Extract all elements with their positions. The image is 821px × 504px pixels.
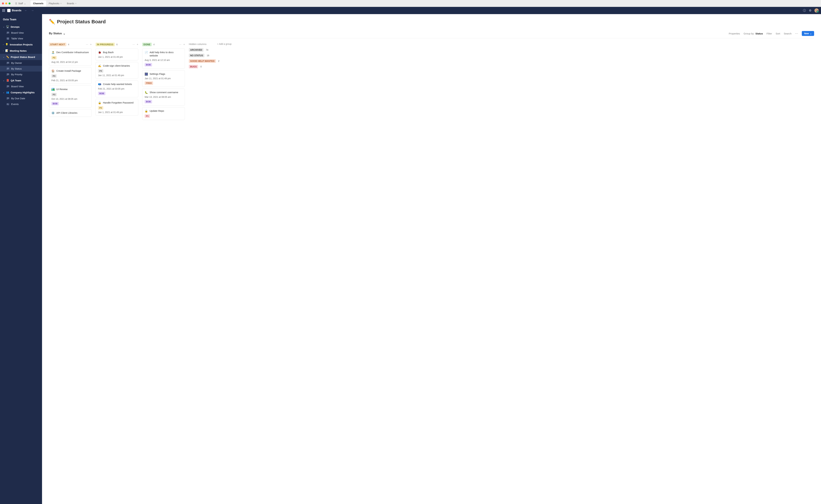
sidebar-item[interactable]: By Status [0,66,42,72]
column-count: 6 [116,43,118,46]
kanban-card[interactable]: 📄Add help links to docs websiteAug 3, 20… [142,49,185,69]
sidebar-item[interactable]: Events [0,101,42,107]
card-emoji-icon: 🏝️ [51,51,55,54]
column-title[interactable]: START NEXT [49,43,66,46]
kanban-card[interactable]: 🏞️UI ReviewP3Oct 13, 2021 at 08:05 amBOB [49,85,92,107]
svg-rect-21 [8,97,8,99]
kanban-card[interactable]: 🔒Update RepoP1 [142,107,185,120]
staff-dropdown[interactable]: ☰ Staff ⌄ [13,1,28,5]
sidebar-item[interactable]: By Owner [0,60,42,66]
kanban-card[interactable]: ⚙️API Client Libraries [49,109,92,117]
card-emoji-icon: ⚙️ [51,111,55,115]
priority-badge: P3 [98,69,103,73]
assignee-badge: FRED [145,81,153,85]
sidebar-item-label: By Priority [11,73,22,76]
nav-forward-icon[interactable]: → [30,9,35,12]
card-title: Create help wanted tickets [103,83,132,86]
minimize-window-icon[interactable] [5,2,7,4]
hidden-columns-title: Hidden columns [189,43,207,45]
sidebar-item[interactable]: Board View [0,84,42,89]
close-icon[interactable]: × [75,2,76,5]
group-by-selector[interactable]: Group by: Status [744,32,763,35]
kanban-card[interactable]: 🎆Settings FlagsJan 11, 2021 at 01:49 pmF… [142,70,185,87]
section-emoji-icon: 📕 [6,79,9,82]
tab-label: Channels [33,2,43,5]
kanban-card[interactable]: 🏝️Dev Contributor InfrastructureP2Aug 18… [49,49,92,65]
sort-button[interactable]: Sort [776,32,780,35]
svg-rect-2 [8,32,9,33]
kanban-card[interactable]: 🏠Create Install PackageP3Feb 21, 2021 at… [49,67,92,84]
sidebar-item[interactable]: Board View [0,30,42,36]
group-by-value: Status [755,32,763,35]
tab-label: Boards [67,2,74,5]
close-icon[interactable]: × [60,2,62,5]
more-options-icon[interactable]: ··· [132,43,135,46]
kanban-card[interactable]: ✍️Code-sign client binariesP3Jan 11, 202… [95,62,138,79]
section-emoji-icon: 📝 [5,49,8,52]
app-tab[interactable]: Boards× [64,0,79,6]
svg-rect-12 [8,68,8,69]
column-title[interactable]: DONE [142,43,152,46]
more-options-icon[interactable]: ··· [179,43,181,46]
more-options-icon[interactable]: ··· [86,43,88,46]
column-header: DONE4···+ [142,43,185,46]
section-emoji-icon: 🖥️ [6,25,9,28]
add-group-button[interactable]: + Add a group [217,43,232,45]
sidebar-section-header[interactable]: ›💡Innovation Projects [0,41,42,48]
section-label: Project Status Board [11,56,35,58]
nav-back-icon[interactable]: ← [24,9,28,12]
hidden-column-row[interactable]: BUGS0 [189,65,232,68]
add-card-icon[interactable]: + [137,43,138,46]
gear-icon[interactable]: ⚙ [809,9,811,12]
hidden-column-label: ARCHIVED [189,48,203,52]
view-selector[interactable]: By Status ⌄ [49,32,65,35]
card-emoji-icon: 🏞️ [51,88,55,91]
kanban-card[interactable]: 📪Create help wanted ticketsFeb 21, 2021 … [95,80,138,97]
svg-rect-20 [7,97,7,99]
svg-rect-1 [8,32,8,33]
sidebar-item[interactable]: By Due Date [0,95,42,101]
sidebar-section-header[interactable]: ⌄📕QA Team [0,77,42,84]
app-tab[interactable]: Channels [31,0,46,6]
sidebar-item-label: By Due Date [11,97,25,100]
card-title: Bug Bash [103,51,114,54]
column-title[interactable]: IN PROGRESS [95,43,115,46]
app-tab[interactable]: Playbooks× [46,0,64,6]
brand[interactable]: Boards [7,9,21,12]
sidebar-item[interactable]: Table View [0,36,42,41]
sidebar-section-header[interactable]: ›📝Meeting Notes [0,48,42,54]
chevron-down-icon: ⌄ [24,2,26,5]
priority-badge: P3 [51,74,57,78]
sidebar-item[interactable]: By Priority [0,72,42,77]
kanban-card[interactable]: 🐛Show comment usernameMar 13, 2021 at 08… [142,89,185,105]
hidden-column-row[interactable]: GOOD HELP WANTED2 [189,59,232,63]
new-button[interactable]: New ⌄ [802,31,814,36]
close-window-icon[interactable] [2,2,4,4]
hidden-column-row[interactable]: NO STATUS16 [189,54,232,57]
view-bar: By Status ⌄ Properties Group by: Status … [49,31,814,38]
maximize-window-icon[interactable] [9,2,11,4]
svg-rect-19 [8,85,9,87]
card-title: Dev Contributor Infrastructure [56,51,89,54]
team-name[interactable]: Octo Team [0,17,42,24]
avatar[interactable] [814,8,819,13]
search-button[interactable]: Search [784,32,792,35]
hidden-column-row[interactable]: ARCHIVED74 [189,48,232,52]
board-view-icon [7,67,9,70]
assignee-badge: BOB [145,100,152,103]
kanban-card[interactable]: 🐞Bug BashJan 1, 2021 at 01:49 pm [95,49,138,60]
kanban-card[interactable]: 🔒Handle Forgotten PasswordP2Jan 1, 2021 … [95,99,138,116]
apps-grid-icon[interactable] [2,9,5,12]
hidden-column-label: BUGS [189,65,198,68]
sidebar-section-header[interactable]: ⌄✏️Project Status Board [0,54,42,60]
nav-bar: Boards ← → ⓘ ⚙ [0,7,821,14]
card-date: Aug 3, 2021 at 12:10 am [145,59,182,61]
properties-button[interactable]: Properties [729,32,740,35]
sidebar-section-header[interactable]: ⌄🖥️Devops [0,24,42,30]
help-icon[interactable]: ⓘ [803,9,806,12]
more-options-icon[interactable]: ··· [795,32,798,35]
add-card-icon[interactable]: + [183,43,185,46]
sidebar-section-header[interactable]: ⌄👥Company Highlights [0,89,42,95]
add-card-icon[interactable]: + [90,43,92,46]
filter-button[interactable]: Filter [767,32,772,35]
